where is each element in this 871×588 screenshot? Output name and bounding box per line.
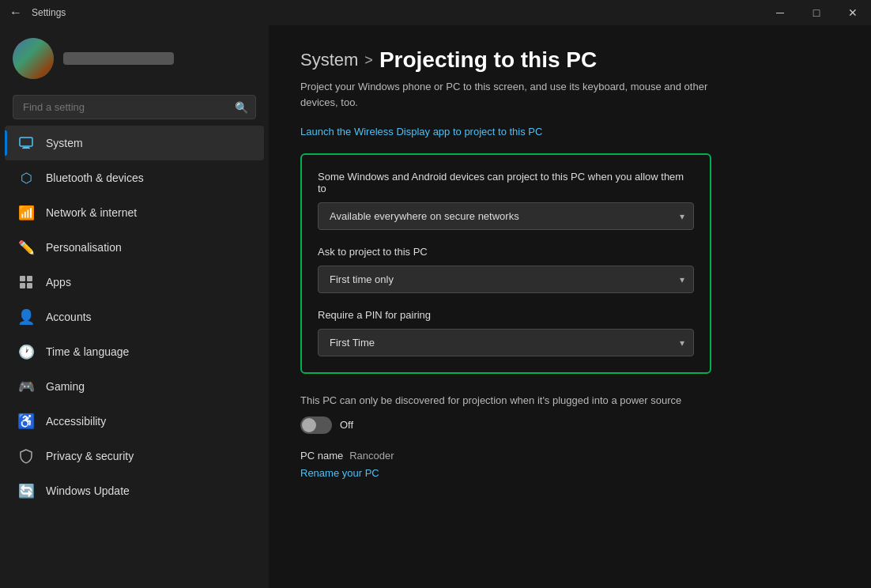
sidebar-item-time[interactable]: 🕐 Time & language: [5, 334, 264, 369]
sidebar-item-gaming[interactable]: 🎮 Gaming: [5, 369, 264, 404]
personalisation-icon: ✏️: [17, 239, 35, 256]
ask-to-project-group: Ask to project to this PC First time onl…: [318, 246, 694, 293]
sidebar-item-personalisation-label: Personalisation: [46, 241, 122, 254]
search-icon: 🔍: [235, 101, 248, 114]
svg-rect-5: [20, 283, 25, 288]
sidebar-item-accounts-label: Accounts: [46, 311, 92, 323]
rename-pc-link[interactable]: Rename your PC: [300, 467, 379, 479]
sidebar-item-windowsupdate[interactable]: 🔄 Windows Update: [5, 473, 264, 508]
accounts-icon: 👤: [17, 308, 35, 326]
sidebar-item-privacy-label: Privacy & security: [46, 450, 134, 462]
search-input[interactable]: [13, 95, 256, 119]
search-wrapper: 🔍: [13, 95, 256, 119]
sidebar-item-bluetooth[interactable]: ⬡ Bluetooth & devices: [5, 160, 264, 195]
svg-rect-4: [27, 276, 32, 281]
sidebar-item-accessibility[interactable]: ♿ Accessibility: [5, 404, 264, 439]
avatar: [13, 38, 54, 79]
apps-icon: [17, 273, 35, 291]
pc-name-value: Rancoder: [349, 450, 394, 462]
settings-bordered-box: Some Windows and Android devices can pro…: [300, 153, 711, 374]
time-icon: 🕐: [17, 343, 35, 360]
sidebar-item-apps-label: Apps: [46, 276, 71, 288]
breadcrumb-parent[interactable]: System: [300, 50, 358, 70]
ask-project-dropdown[interactable]: First time only Every time Never: [318, 266, 694, 293]
availability-dropdown-wrapper: Available everywhere on secure networks …: [318, 202, 694, 230]
launch-wireless-display-link[interactable]: Launch the Wireless Display app to proje…: [300, 126, 839, 138]
sidebar-item-gaming-label: Gaming: [46, 380, 85, 393]
network-icon: 📶: [17, 204, 35, 221]
ask-project-dropdown-wrapper: First time only Every time Never ▾: [318, 266, 694, 293]
availability-dropdown[interactable]: Available everywhere on secure networks …: [318, 202, 694, 230]
breadcrumb-separator: >: [364, 52, 373, 69]
projection-availability-label: Some Windows and Android devices can pro…: [318, 171, 694, 194]
page-description: Project your Windows phone or PC to this…: [300, 79, 711, 110]
ask-to-project-label: Ask to project to this PC: [318, 246, 694, 258]
sidebar-item-accounts[interactable]: 👤 Accounts: [5, 300, 264, 334]
sidebar-item-time-label: Time & language: [46, 345, 129, 358]
breadcrumb-current: Projecting to this PC: [379, 47, 597, 73]
power-source-section: This PC can only be discovered for proje…: [300, 393, 711, 434]
pc-name-key: PC name: [300, 450, 343, 462]
profile-area[interactable]: [0, 25, 269, 92]
system-icon: [17, 134, 35, 152]
title-bar-left: ← Settings: [9, 6, 66, 20]
title-bar-controls: ─ □ ✕: [762, 0, 871, 25]
app-body: 🔍 System ⬡ Bluetooth & devices 📶 Network…: [0, 25, 871, 588]
pin-pairing-label: Require a PIN for pairing: [318, 309, 694, 321]
toggle-row: Off: [300, 416, 711, 434]
sidebar-item-apps[interactable]: Apps: [5, 265, 264, 300]
sidebar-item-accessibility-label: Accessibility: [46, 415, 106, 428]
profile-name: [63, 52, 174, 65]
projection-availability-group: Some Windows and Android devices can pro…: [318, 171, 694, 230]
pc-name-row: PC name Rancoder: [300, 450, 839, 462]
title-bar: ← Settings ─ □ ✕: [0, 0, 871, 25]
pin-dropdown[interactable]: First Time Always Never: [318, 329, 694, 356]
sidebar-item-personalisation[interactable]: ✏️ Personalisation: [5, 230, 264, 265]
breadcrumb: System > Projecting to this PC: [300, 47, 839, 73]
back-button[interactable]: ←: [9, 6, 22, 20]
power-toggle[interactable]: [300, 416, 332, 434]
sidebar-nav: System ⬡ Bluetooth & devices 📶 Network &…: [0, 126, 269, 508]
maximize-button[interactable]: □: [798, 0, 835, 25]
power-source-description: This PC can only be discovered for proje…: [300, 393, 711, 409]
toggle-off-label: Off: [340, 419, 353, 431]
close-button[interactable]: ✕: [835, 0, 871, 25]
svg-rect-3: [20, 276, 25, 281]
sidebar-item-network[interactable]: 📶 Network & internet: [5, 195, 264, 230]
sidebar: 🔍 System ⬡ Bluetooth & devices 📶 Network…: [0, 25, 269, 588]
content-area: System > Projecting to this PC Project y…: [269, 25, 871, 588]
sidebar-item-bluetooth-label: Bluetooth & devices: [46, 172, 144, 184]
svg-rect-0: [20, 138, 32, 146]
accessibility-icon: ♿: [17, 413, 35, 430]
sidebar-item-network-label: Network & internet: [46, 206, 137, 219]
sidebar-item-windowsupdate-label: Windows Update: [46, 484, 130, 497]
windowsupdate-icon: 🔄: [17, 482, 35, 499]
privacy-icon: [17, 447, 35, 465]
gaming-icon: 🎮: [17, 378, 35, 395]
sidebar-item-system[interactable]: System: [5, 126, 264, 160]
bluetooth-icon: ⬡: [17, 169, 35, 187]
search-area: 🔍: [0, 92, 269, 126]
sidebar-item-system-label: System: [46, 137, 83, 149]
pin-dropdown-wrapper: First Time Always Never ▾: [318, 329, 694, 356]
sidebar-item-privacy[interactable]: Privacy & security: [5, 439, 264, 473]
pin-pairing-group: Require a PIN for pairing First Time Alw…: [318, 309, 694, 356]
toggle-knob: [302, 418, 316, 432]
minimize-button[interactable]: ─: [762, 0, 798, 25]
app-title: Settings: [32, 7, 66, 18]
svg-rect-6: [27, 283, 32, 288]
